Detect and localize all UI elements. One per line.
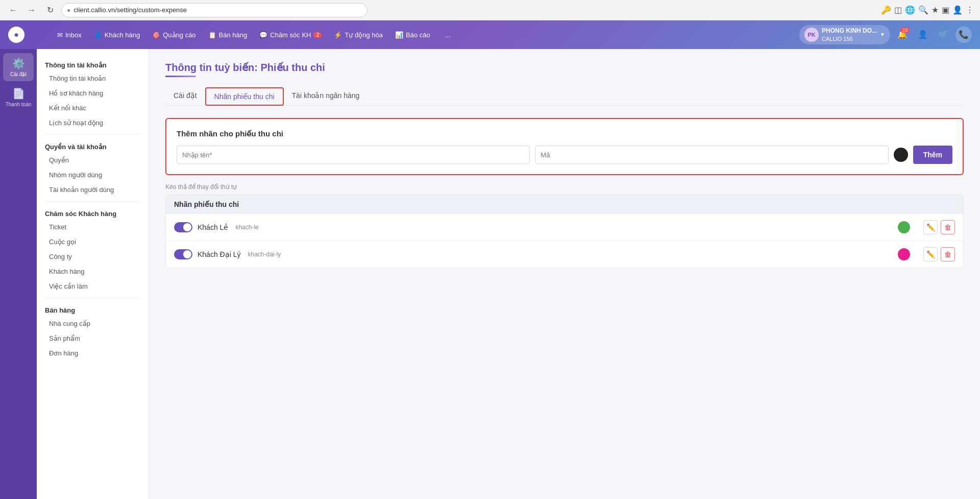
label-actions-khach-dai-ly: ✏️ 🗑 [923,247,955,262]
tab-cai-dat[interactable]: Cài đặt [165,87,205,106]
nav-items: ✉ Inbox 👤 Khách hàng 🎯 Quảng cáo 📋 Bán h… [52,28,799,42]
nav-link-nha-cung-cap[interactable]: Nhà cung cấp [37,316,149,331]
edit-button-khach-dai-ly[interactable]: ✏️ [923,247,938,262]
nav-link-cong-ty[interactable]: Công ty [37,249,149,264]
icon-sidebar: ⚙️ Cài đặt 📄 Thanh toán [0,49,37,499]
nav-link-nhom-nguoi-dung[interactable]: Nhóm người dùng [37,168,149,182]
nav-item-label: ... [445,31,451,39]
browser-toolbar: 🔑 ◫ 🌐 🔍 ★ ▣ 👤 ⋮ [881,5,974,15]
nav-item-label: Chăm sóc KH [270,31,311,39]
section-title-quyen: Quyền và tài khoản [37,139,149,153]
user-badge[interactable]: PK PHONG KINH DO... CALLIO 156 ▼ [799,25,890,44]
nav-link-tai-khoan-nguoi-dung[interactable]: Tài khoản người dùng [37,182,149,197]
logo-icon: ● [8,27,24,43]
address-bar[interactable]: ● client.callio.vn/setting/custom-expens… [61,3,368,17]
profile-icon[interactable]: 👤 [952,5,963,15]
contacts-button[interactable]: 👤 [915,27,931,43]
divider-3 [45,298,140,298]
forward-button[interactable]: → [24,3,39,17]
label-code-input[interactable] [535,146,888,164]
page-title: Thông tin tuỳ biến: Phiếu thu chi [165,61,964,74]
toggle-khach-le[interactable] [174,222,192,232]
nav-link-quyen[interactable]: Quyền [37,153,149,168]
nav-item-tu-dong-hoa[interactable]: ⚡ Tự động hóa [329,28,388,42]
nav-link-ticket[interactable]: Ticket [37,220,149,234]
bookmark-icon[interactable]: ★ [932,5,939,15]
nav-link-khach-hang[interactable]: Khách hàng [37,264,149,279]
nav-item-label: Inbox [65,31,82,39]
label-actions-khach-le: ✏️ 🗑 [923,220,955,234]
sidebar-item-thanh-toan[interactable]: 📄 Thanh toán [3,83,34,111]
label-color-khach-dai-ly [898,248,910,260]
label-code-khach-le: khach-le [235,224,258,231]
lock-icon: ● [67,7,70,14]
sidebar-item-cai-dat-label: Cài đặt [10,72,27,77]
label-table-header: Nhãn phiếu thu chi [166,195,963,213]
nav-item-quang-cao[interactable]: 🎯 Quảng cáo [147,28,201,42]
nav-item-bao-cao[interactable]: 📊 Báo cáo [390,28,435,42]
divider-1 [45,134,140,135]
label-name-input[interactable] [177,146,530,164]
drag-hint: Kéo thả để thay đổi thứ tự [165,183,964,191]
nav-link-viec-can-lam[interactable]: Việc cần làm [37,279,149,294]
delete-button-khach-le[interactable]: 🗑 [941,220,955,234]
edit-button-khach-le[interactable]: ✏️ [923,220,938,234]
tab-nhan-phieu-thu-chi[interactable]: Nhãn phiếu thu chi [205,87,284,106]
bao-cao-icon: 📊 [395,31,403,39]
nav-link-ho-so-khach-hang[interactable]: Hồ sơ khách hàng [37,86,149,101]
ban-hang-icon: 📋 [208,31,216,39]
add-label-box: Thêm nhãn cho phiếu thu chi Thêm [165,118,964,175]
label-code-khach-dai-ly: khach-dai-ly [248,251,281,258]
nav-link-lich-su-hoat-dong[interactable]: Lịch sử hoạt động [37,115,149,130]
translate-icon[interactable]: 🌐 [905,5,915,15]
khach-hang-icon: 👤 [94,31,102,39]
user-name: PHONG KINH DO... [822,27,877,35]
cart-button[interactable]: 🛒 [935,27,951,43]
nav-link-thong-tin-tai-khoan[interactable]: Thông tin tài khoản [37,71,149,86]
avatar: PK [804,28,819,42]
extension-icon[interactable]: ▣ [942,5,949,15]
toggle-khach-dai-ly[interactable] [174,249,192,259]
nav-item-label: Quảng cáo [163,31,195,39]
nav-link-cuoc-goi[interactable]: Cuộc gọi [37,234,149,249]
cast-icon[interactable]: ◫ [894,5,902,15]
nav-link-san-pham[interactable]: Sản phẩm [37,331,149,346]
label-name-khach-dai-ly: Khách Đại Lý [198,250,240,258]
payment-icon: 📄 [12,87,25,100]
notification-button[interactable]: 🔔 23 [894,27,911,43]
nav-item-label: Báo cáo [406,31,430,39]
tab-tai-khoan-ngan-hang[interactable]: Tài khoản ngân hàng [284,87,368,106]
back-button[interactable]: ← [6,3,20,17]
nav-item-ban-hang[interactable]: 📋 Bán hàng [203,28,253,42]
reload-button[interactable]: ↻ [43,3,57,17]
main-layout: ⚙️ Cài đặt 📄 Thanh toán Thông tin tài kh… [0,49,980,499]
password-icon[interactable]: 🔑 [881,5,891,15]
browser-chrome: ← → ↻ ● client.callio.vn/setting/custom-… [0,0,980,20]
add-label-row: Thêm [177,146,952,164]
app-header: ● ✉ Inbox 👤 Khách hàng 🎯 Quảng cáo 📋 Bán… [0,20,980,49]
tu-dong-hoa-icon: ⚡ [334,31,342,39]
nav-item-label: Tự động hóa [345,31,383,39]
label-name-khach-le: Khách Lẻ [198,223,228,231]
nav-item-inbox[interactable]: ✉ Inbox [52,28,87,42]
nav-item-khach-hang[interactable]: 👤 Khách hàng [89,28,145,42]
nav-item-more[interactable]: ... [437,28,456,42]
add-label-button[interactable]: Thêm [913,146,952,164]
label-color-khach-le [898,221,910,233]
cham-soc-kh-icon: 💬 [259,31,267,39]
main-content: Thông tin tuỳ biến: Phiếu thu chi Cài đặ… [149,49,980,499]
section-title-cham-soc: Chăm sóc Khách hàng [37,206,149,220]
nav-link-don-hang[interactable]: Đơn hàng [37,346,149,361]
chevron-down-icon: ▼ [880,32,885,37]
delete-button-khach-dai-ly[interactable]: 🗑 [941,247,955,262]
nav-link-ket-noi-khac[interactable]: Kết nối khác [37,101,149,115]
menu-icon[interactable]: ⋮ [966,5,974,15]
phone-button[interactable]: 📞 [955,27,972,43]
zoom-icon[interactable]: 🔍 [918,5,928,15]
gear-icon: ⚙️ [12,57,25,69]
user-info: PHONG KINH DO... CALLIO 156 [822,27,877,42]
sidebar-item-cai-dat[interactable]: ⚙️ Cài đặt [3,53,34,81]
nav-item-cham-soc-kh[interactable]: 💬 Chăm sóc KH 2 [254,28,327,42]
color-picker-button[interactable] [894,148,908,162]
user-sub: CALLIO 156 [822,35,877,42]
